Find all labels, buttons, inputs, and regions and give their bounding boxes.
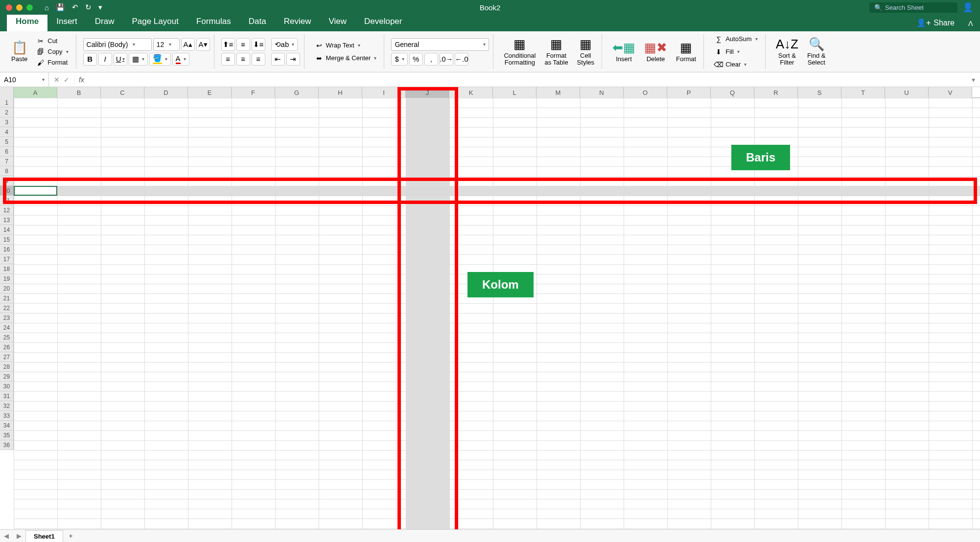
row-header[interactable]: 8	[0, 166, 14, 176]
insert-cells-button[interactable]: ⬅▦Insert	[609, 39, 639, 64]
column-header[interactable]: L	[493, 87, 537, 98]
percent-button[interactable]: %	[409, 53, 423, 66]
wrap-text-button[interactable]: ↩Wrap Text▾	[311, 40, 380, 51]
expand-formula-bar-icon[interactable]: ▾	[967, 76, 980, 84]
column-header[interactable]: F	[232, 87, 275, 98]
font-name-select[interactable]: Calibri (Body)▾	[83, 38, 152, 51]
tab-insert[interactable]: Insert	[47, 13, 86, 31]
align-right-button[interactable]: ≡	[252, 53, 265, 66]
cell-styles-button[interactable]: ▦Cell Styles	[574, 36, 598, 68]
row-header[interactable]: 15	[0, 235, 14, 245]
row-header[interactable]: 25	[0, 333, 14, 342]
column-header[interactable]: V	[929, 87, 972, 98]
clear-button[interactable]: ⌫Clear▾	[711, 59, 761, 70]
row-header[interactable]: 34	[0, 421, 14, 430]
copy-button[interactable]: 🗐Copy▾	[33, 46, 71, 57]
spreadsheet-grid[interactable]: ABCDEFGHIJKLMNOPQRSTUV 12345678910111213…	[0, 87, 980, 529]
decrease-font-button[interactable]: A▾	[196, 38, 210, 51]
row-header[interactable]: 23	[0, 313, 14, 323]
decrease-indent-button[interactable]: ⇤	[271, 53, 285, 66]
home-icon[interactable]: ⌂	[45, 3, 49, 12]
tab-home[interactable]: Home	[7, 13, 47, 31]
collapse-ribbon-button[interactable]: ᐱ	[961, 16, 980, 31]
conditional-formatting-button[interactable]: ▦Conditional Formatting	[500, 36, 539, 68]
close-window-button[interactable]	[6, 4, 12, 11]
maximize-window-button[interactable]	[26, 4, 33, 11]
column-header[interactable]: M	[537, 87, 580, 98]
share-button[interactable]: 👤+ Share	[910, 14, 961, 31]
paste-button[interactable]: 📋 Paste	[8, 39, 31, 64]
column-header[interactable]: H	[319, 87, 362, 98]
row-header[interactable]: 33	[0, 411, 14, 421]
align-middle-button[interactable]: ≡	[236, 38, 250, 51]
column-header[interactable]: C	[101, 87, 144, 98]
row-header[interactable]: 1	[0, 98, 14, 108]
row-header[interactable]: 12	[0, 205, 14, 215]
fill-color-button[interactable]: 🪣▾	[149, 53, 171, 66]
row-header[interactable]: 3	[0, 117, 14, 127]
row-header[interactable]: 21	[0, 294, 14, 303]
row-header[interactable]: 4	[0, 127, 14, 137]
row-header[interactable]: 19	[0, 274, 14, 284]
tab-review[interactable]: Review	[275, 13, 320, 31]
row-header[interactable]: 16	[0, 245, 14, 254]
row-header[interactable]: 13	[0, 215, 14, 225]
row-header[interactable]: 20	[0, 284, 14, 294]
column-header[interactable]: G	[275, 87, 319, 98]
font-size-select[interactable]: 12▾	[153, 38, 180, 51]
row-header[interactable]: 2	[0, 108, 14, 117]
format-cells-button[interactable]: ▦Format	[673, 39, 700, 64]
delete-cells-button[interactable]: ▦✖Delete	[641, 39, 671, 64]
format-as-table-button[interactable]: ▦Format as Table	[541, 36, 571, 68]
align-top-button[interactable]: ⬆≡	[221, 38, 235, 51]
row-header[interactable]: 14	[0, 225, 14, 235]
align-bottom-button[interactable]: ⬇≡	[252, 38, 265, 51]
row-header[interactable]: 26	[0, 342, 14, 352]
cancel-formula-icon[interactable]: ✕	[54, 76, 60, 84]
row-header[interactable]: 27	[0, 352, 14, 362]
undo-icon[interactable]: ↶	[72, 3, 78, 12]
cut-button[interactable]: ✂Cut	[33, 36, 71, 46]
column-header[interactable]: S	[798, 87, 841, 98]
column-header[interactable]: P	[667, 87, 711, 98]
column-header[interactable]: O	[624, 87, 667, 98]
number-format-select[interactable]: General▾	[391, 38, 489, 51]
row-header[interactable]: 22	[0, 303, 14, 313]
italic-button[interactable]: I	[98, 53, 112, 66]
decrease-decimal-button[interactable]: ←.0	[455, 53, 468, 66]
redo-icon[interactable]: ↻	[85, 3, 92, 12]
tab-developer[interactable]: Developer	[355, 13, 411, 31]
column-header[interactable]: E	[188, 87, 232, 98]
column-header[interactable]: R	[754, 87, 798, 98]
minimize-window-button[interactable]	[16, 4, 23, 11]
next-sheet-button[interactable]: ▶	[13, 532, 25, 540]
increase-font-button[interactable]: A▴	[181, 38, 195, 51]
find-select-button[interactable]: 🔍Find & Select	[804, 36, 829, 68]
add-sheet-button[interactable]: +	[63, 532, 79, 540]
tab-view[interactable]: View	[320, 13, 355, 31]
align-left-button[interactable]: ≡	[221, 53, 235, 66]
tab-formulas[interactable]: Formulas	[187, 13, 240, 31]
borders-button[interactable]: ▦▾	[129, 53, 148, 66]
increase-indent-button[interactable]: ⇥	[286, 53, 300, 66]
row-header[interactable]: 5	[0, 137, 14, 147]
increase-decimal-button[interactable]: .0→	[440, 53, 453, 66]
row-header[interactable]: 17	[0, 254, 14, 264]
column-header[interactable]: N	[580, 87, 624, 98]
search-sheet-input[interactable]: 🔍 Search Sheet	[869, 2, 957, 13]
bold-button[interactable]: B	[83, 53, 97, 66]
name-box[interactable]: A10▾	[0, 72, 49, 87]
save-icon[interactable]: 💾	[56, 3, 65, 12]
row-header[interactable]: 28	[0, 362, 14, 372]
orientation-button[interactable]: ⟲ab▾	[271, 38, 298, 51]
column-header[interactable]: T	[841, 87, 885, 98]
align-center-button[interactable]: ≡	[236, 53, 250, 66]
column-header[interactable]: D	[144, 87, 188, 98]
sort-filter-button[interactable]: A↓ZSort & Filter	[772, 36, 802, 68]
tab-draw[interactable]: Draw	[86, 13, 123, 31]
merge-center-button[interactable]: ⬌Merge & Center▾	[311, 53, 380, 64]
accept-formula-icon[interactable]: ✓	[64, 76, 70, 84]
row-header[interactable]: 18	[0, 264, 14, 274]
autosum-button[interactable]: ∑AutoSum▾	[711, 34, 761, 45]
user-account-icon[interactable]: 👤	[962, 2, 973, 13]
